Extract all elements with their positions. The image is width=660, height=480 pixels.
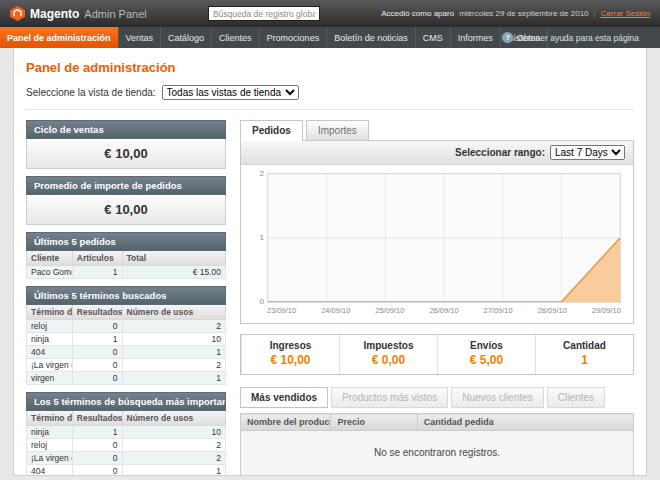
x-axis-label: 29/09/10 bbox=[592, 306, 621, 315]
logo-text: Magento bbox=[30, 7, 79, 21]
logout-link[interactable]: Cerrar Sesión bbox=[601, 9, 650, 18]
stat-value: € 5,00 bbox=[440, 353, 533, 367]
stat-label: Cantidad bbox=[538, 340, 631, 351]
column-header: Precio bbox=[331, 414, 417, 431]
x-axis-label: 26/09/10 bbox=[429, 306, 458, 315]
table-row: ¡La virgen que cuadro!02 bbox=[27, 359, 226, 372]
header-date: miércoles 29 de septiembre de 2010 bbox=[459, 9, 588, 18]
stat-value: 1 bbox=[538, 353, 631, 367]
top-search-terms-table: Término de búsquedaResultadosNúmero de u… bbox=[26, 411, 226, 476]
y-axis-label: 1 bbox=[260, 234, 264, 242]
table-row: Paco Gomez1€ 15.00 bbox=[27, 266, 226, 279]
x-axis-label: 27/09/10 bbox=[484, 306, 513, 315]
average-orders-panel: Promedio de importe de pedidos € 10,00 bbox=[26, 176, 226, 225]
column-header: Número de usos bbox=[122, 305, 225, 320]
last-search-terms-panel: Últimos 5 términos buscados Término de b… bbox=[26, 286, 226, 385]
column-header: Término de búsqueda bbox=[27, 411, 73, 426]
magento-logo: Magento Admin Panel bbox=[10, 6, 147, 21]
divider bbox=[26, 109, 634, 110]
store-view-label: Seleccione la vista de tienda: bbox=[26, 87, 156, 98]
table-row: 40401 bbox=[27, 465, 226, 477]
stat-cell: Cantidad 1 bbox=[535, 335, 633, 374]
range-label: Seleccionar rango: bbox=[455, 147, 545, 158]
stat-value: € 10,00 bbox=[244, 353, 337, 367]
panel-title: Los 5 términos de búsqueda más important… bbox=[26, 392, 226, 411]
lifetime-sales-panel: Ciclo de ventas € 10,00 bbox=[26, 120, 226, 169]
dashboard-right-column: PedidosImportes Seleccionar rango: Last … bbox=[240, 120, 634, 476]
chart-tabs: PedidosImportes bbox=[240, 120, 634, 140]
last-orders-panel: Últimos 5 pedidos ClienteArtículosTotal … bbox=[26, 232, 226, 279]
panel-title: Ciclo de ventas bbox=[26, 120, 226, 139]
orders-chart: 012 bbox=[267, 173, 621, 303]
global-search-input[interactable] bbox=[208, 6, 320, 21]
grid-tabs: Más vendidosProductos más vistosNuevos c… bbox=[240, 387, 634, 408]
range-bar: Seleccionar rango: Last 7 Days bbox=[241, 141, 633, 165]
column-header: Resultados bbox=[72, 305, 122, 320]
last-orders-table: ClienteArtículosTotal Paco Gomez1€ 15.00 bbox=[26, 251, 226, 279]
panel-title: Últimos 5 pedidos bbox=[26, 232, 226, 251]
app-header: Magento Admin Panel Accedió como aparo m… bbox=[0, 0, 660, 27]
nav-item[interactable]: Panel de administración bbox=[0, 27, 119, 48]
column-header: Resultados bbox=[72, 411, 122, 426]
chart-tab[interactable]: Pedidos bbox=[240, 120, 303, 141]
column-header: Total bbox=[122, 251, 225, 266]
nav-item[interactable]: Promociones bbox=[260, 27, 328, 48]
column-header: Cantidad pedida bbox=[417, 414, 633, 431]
table-row: virgen01 bbox=[27, 372, 226, 385]
nav-item[interactable]: Ventas bbox=[119, 27, 162, 48]
x-axis-label: 24/09/10 bbox=[321, 306, 350, 315]
panel-title: Últimos 5 términos buscados bbox=[26, 286, 226, 305]
table-row: 40401 bbox=[27, 346, 226, 359]
grid-tab[interactable]: Productos más vistos bbox=[331, 387, 448, 408]
chart-panel: Seleccionar rango: Last 7 Days 012 23/09… bbox=[240, 140, 634, 324]
magento-logo-icon bbox=[10, 6, 25, 21]
last-search-terms-table: Término de búsquedaResultadosNúmero de u… bbox=[26, 305, 226, 385]
nav-item[interactable]: Clientes bbox=[212, 27, 260, 48]
range-select[interactable]: Last 7 Days bbox=[550, 145, 625, 160]
column-header: Número de usos bbox=[122, 411, 225, 426]
table-row: ¡La virgen que cuadro!02 bbox=[27, 452, 226, 465]
orders-chart-svg bbox=[268, 174, 620, 302]
store-view-switcher: Seleccione la vista de tienda: Todas las… bbox=[26, 85, 634, 100]
totals-bar: Ingresos € 10,00 Impuestos € 0,00 Envíos… bbox=[240, 334, 634, 375]
y-axis-label: 2 bbox=[260, 170, 264, 178]
table-row: ninja110 bbox=[27, 333, 226, 346]
nav-item[interactable]: Catálogo bbox=[161, 27, 212, 48]
help-label: Obtener ayuda para esta página bbox=[517, 33, 639, 43]
content-area: Panel de administración Seleccione la vi… bbox=[13, 48, 647, 476]
header-user-area: Accedió como aparo miércoles 29 de septi… bbox=[381, 9, 650, 18]
chart-wrap: 012 23/09/1024/09/1025/09/1026/09/1027/0… bbox=[241, 165, 633, 315]
panel-title: Promedio de importe de pedidos bbox=[26, 176, 226, 195]
nav-item[interactable]: CMS bbox=[416, 27, 451, 48]
stat-cell: Ingresos € 10,00 bbox=[241, 335, 339, 374]
header-separator: | bbox=[594, 9, 596, 18]
y-axis-label: 0 bbox=[260, 298, 264, 306]
lifetime-sales-value: € 10,00 bbox=[26, 139, 226, 169]
x-axis-label: 23/09/10 bbox=[267, 306, 296, 315]
stat-cell: Envíos € 5,00 bbox=[437, 335, 535, 374]
stat-label: Impuestos bbox=[342, 340, 435, 351]
column-header: Nombre del producto bbox=[241, 414, 331, 431]
grid-tab[interactable]: Clientes bbox=[547, 387, 605, 408]
table-row: ninja110 bbox=[27, 426, 226, 439]
grid-tab[interactable]: Más vendidos bbox=[240, 387, 328, 408]
chart-tab[interactable]: Importes bbox=[306, 120, 369, 140]
stat-cell: Impuestos € 0,00 bbox=[339, 335, 437, 374]
stat-label: Ingresos bbox=[244, 340, 337, 351]
store-view-select[interactable]: Todas las vistas de tienda bbox=[162, 85, 299, 100]
table-row: reloj02 bbox=[27, 320, 226, 333]
stat-label: Envíos bbox=[440, 340, 533, 351]
nav-item[interactable]: Boletín de noticias bbox=[327, 27, 416, 48]
average-orders-value: € 10,00 bbox=[26, 195, 226, 225]
page-title: Panel de administración bbox=[26, 60, 634, 75]
top-search-terms-panel: Los 5 términos de búsqueda más important… bbox=[26, 392, 226, 476]
grid-tab[interactable]: Nuevos clientes bbox=[451, 387, 544, 408]
help-link[interactable]: ? Obtener ayuda para esta página bbox=[494, 27, 647, 48]
help-icon: ? bbox=[502, 32, 513, 43]
table-row: reloj02 bbox=[27, 439, 226, 452]
logged-in-as: Accedió como aparo bbox=[381, 9, 454, 18]
stat-value: € 0,00 bbox=[342, 353, 435, 367]
x-axis-label: 28/09/10 bbox=[538, 306, 567, 315]
x-axis-label: 25/09/10 bbox=[375, 306, 404, 315]
column-header: Término de búsqueda bbox=[27, 305, 73, 320]
